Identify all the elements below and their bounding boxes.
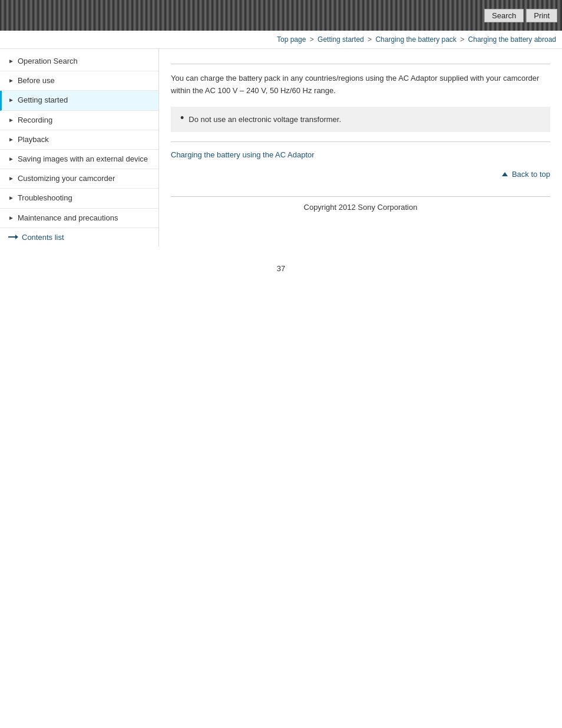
copyright-text: Copyright 2012 Sony Corporation xyxy=(171,196,550,212)
section-divider xyxy=(171,141,550,142)
main-layout: ► Operation Search ► Before use ► Gettin… xyxy=(0,49,562,246)
sidebar-item-recording[interactable]: ► Recording xyxy=(0,111,158,130)
sidebar: ► Operation Search ► Before use ► Gettin… xyxy=(0,49,159,246)
sidebar-label-troubleshooting: Troubleshooting xyxy=(18,193,72,203)
sidebar-item-operation-search[interactable]: ► Operation Search xyxy=(0,52,158,71)
arrow-right-icon xyxy=(8,234,19,240)
description-text: You can charge the battery pack in any c… xyxy=(171,73,550,97)
arrow-icon-troubleshooting: ► xyxy=(8,194,14,202)
arrow-icon-recording: ► xyxy=(8,116,14,124)
contents-list-link[interactable]: Contents list xyxy=(0,228,158,246)
sidebar-label-playback: Playback xyxy=(18,134,49,145)
sidebar-item-customizing[interactable]: ► Customizing your camcorder xyxy=(0,169,158,189)
arrow-icon-maintenance: ► xyxy=(8,214,14,222)
sidebar-item-getting-started[interactable]: ► Getting started xyxy=(0,91,158,110)
breadcrumb-sep-3: > xyxy=(460,35,466,44)
back-to-top: Back to top xyxy=(171,170,550,179)
charging-battery-link[interactable]: Charging the battery using the AC Adapto… xyxy=(171,150,315,159)
sidebar-label-customizing: Customizing your camcorder xyxy=(18,173,115,184)
breadcrumb-top-page[interactable]: Top page xyxy=(277,35,306,44)
note-text: Do not use an electronic voltage transfo… xyxy=(189,114,341,126)
sidebar-label-before-use: Before use xyxy=(18,75,55,86)
arrow-icon-customizing: ► xyxy=(8,174,14,183)
arrow-icon-getting-started: ► xyxy=(8,96,14,104)
sidebar-item-playback[interactable]: ► Playback xyxy=(0,130,158,150)
breadcrumb-sep-2: > xyxy=(368,35,373,44)
header-bar: Search Print xyxy=(0,0,562,31)
sidebar-item-saving-images[interactable]: ► Saving images with an external device xyxy=(0,150,158,169)
search-button[interactable]: Search xyxy=(484,9,524,22)
sidebar-item-troubleshooting[interactable]: ► Troubleshooting xyxy=(0,189,158,208)
bullet-dot: • xyxy=(180,113,184,123)
breadcrumb: Top page > Getting started > Charging th… xyxy=(0,31,562,49)
arrow-icon-saving-images: ► xyxy=(8,155,14,163)
sidebar-label-saving-images: Saving images with an external device xyxy=(18,154,148,164)
sidebar-item-before-use[interactable]: ► Before use xyxy=(0,71,158,91)
content-area: You can charge the battery pack in any c… xyxy=(159,49,562,246)
back-to-top-label: Back to top xyxy=(512,170,550,179)
breadcrumb-sep-1: > xyxy=(310,35,316,44)
back-to-top-link[interactable]: Back to top xyxy=(502,170,550,179)
arrow-icon-playback: ► xyxy=(8,136,14,144)
triangle-up-icon xyxy=(502,172,508,176)
note-box: • Do not use an electronic voltage trans… xyxy=(171,107,550,133)
page-title-section xyxy=(171,58,550,64)
arrow-icon-before-use: ► xyxy=(8,77,14,85)
arrow-icon-operation-search: ► xyxy=(8,57,14,65)
sidebar-item-maintenance[interactable]: ► Maintenance and precautions xyxy=(0,209,158,228)
print-button[interactable]: Print xyxy=(526,9,557,22)
note-bullet: • Do not use an electronic voltage trans… xyxy=(180,114,541,126)
contents-list-label: Contents list xyxy=(22,233,64,242)
breadcrumb-charging-battery-abroad[interactable]: Charging the battery abroad xyxy=(468,35,556,44)
page-number: 37 xyxy=(0,264,562,285)
sidebar-label-maintenance: Maintenance and precautions xyxy=(18,213,118,223)
breadcrumb-charging-battery-pack[interactable]: Charging the battery pack xyxy=(375,35,456,44)
sidebar-label-operation-search: Operation Search xyxy=(18,56,78,67)
sidebar-label-recording: Recording xyxy=(18,115,52,126)
breadcrumb-getting-started[interactable]: Getting started xyxy=(318,35,364,44)
sidebar-label-getting-started: Getting started xyxy=(18,95,68,106)
